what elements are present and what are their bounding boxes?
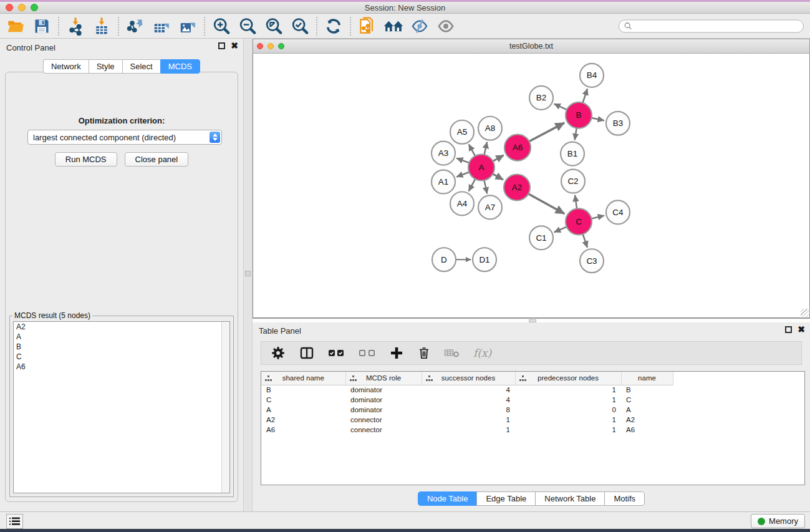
deselect-all-button[interactable] xyxy=(359,347,376,359)
table-cell[interactable]: 8 xyxy=(422,405,515,415)
window-resize-grip[interactable] xyxy=(801,309,809,317)
edge-B-B2[interactable] xyxy=(554,104,567,110)
table-cell[interactable]: 1 xyxy=(422,425,515,435)
table-settings-button[interactable] xyxy=(271,346,286,360)
export-network-button[interactable] xyxy=(122,15,148,37)
tab-edge-table[interactable]: Edge Table xyxy=(476,491,535,506)
import-network-button[interactable] xyxy=(62,15,89,37)
edge-A-A2[interactable] xyxy=(493,174,503,180)
save-session-button[interactable] xyxy=(29,15,55,37)
edge-B-B4[interactable] xyxy=(583,89,587,103)
tab-style[interactable]: Style xyxy=(89,59,122,74)
edge-A6-B[interactable] xyxy=(529,123,565,142)
edge-A-A3[interactable] xyxy=(456,158,469,163)
edge-C-C2[interactable] xyxy=(575,195,577,209)
column-header-MCDS-role[interactable]: MCDS role xyxy=(345,372,422,385)
zoom-in-button[interactable] xyxy=(208,15,234,37)
result-list-scrollbar[interactable] xyxy=(221,322,229,493)
table-cell[interactable]: 1 xyxy=(515,385,621,395)
show-graphics-button[interactable] xyxy=(433,15,459,37)
table-cell[interactable]: A xyxy=(261,405,345,415)
memory-button[interactable]: Memory xyxy=(751,514,805,528)
table-cell[interactable]: A6 xyxy=(621,425,673,435)
tab-motifs[interactable]: Motifs xyxy=(604,491,645,506)
table-cell[interactable]: dominator xyxy=(345,395,422,405)
table-cell[interactable]: B xyxy=(261,385,345,395)
network-canvas[interactable]: AA1A2A3A4A5A6A7A8BB1B2B3B4CC1C2C3C4DD1 xyxy=(253,54,810,318)
home-view-button[interactable] xyxy=(380,15,407,37)
table-cell[interactable]: dominator xyxy=(345,405,422,415)
function-builder-button[interactable]: f(x) xyxy=(473,347,491,359)
task-history-button[interactable] xyxy=(6,514,23,529)
tab-select[interactable]: Select xyxy=(122,59,160,74)
float-panel-icon[interactable] xyxy=(218,42,225,49)
delete-column-button[interactable] xyxy=(417,346,431,360)
edge-C-C3[interactable] xyxy=(583,234,587,248)
import-table-button[interactable] xyxy=(89,15,115,37)
float-panel-icon[interactable] xyxy=(785,326,792,333)
edge-C-C1[interactable] xyxy=(554,227,567,233)
table-cell[interactable]: connector xyxy=(345,415,422,425)
zoom-out-button[interactable] xyxy=(234,15,261,37)
network-graph[interactable]: AA1A2A3A4A5A6A7A8BB1B2B3B4CC1C2C3C4DD1 xyxy=(253,54,809,317)
table-cell[interactable]: A6 xyxy=(261,425,345,435)
edge-A-A5[interactable] xyxy=(469,144,475,156)
table-cell[interactable]: A xyxy=(621,405,673,415)
zoom-fit-button[interactable] xyxy=(261,15,287,37)
result-item[interactable]: A xyxy=(14,332,229,342)
clone-network-button[interactable] xyxy=(354,15,380,37)
table-cell[interactable]: dominator xyxy=(345,385,422,395)
result-item[interactable]: A2 xyxy=(14,322,229,332)
table-cell[interactable]: connector xyxy=(345,425,422,435)
edge-A-A4[interactable] xyxy=(469,179,475,191)
close-panel-icon[interactable]: ✖ xyxy=(231,42,238,49)
result-item[interactable]: C xyxy=(14,352,229,362)
node-table-container[interactable]: shared nameMCDS rolesuccessor nodesprede… xyxy=(261,371,805,485)
edge-A-A7[interactable] xyxy=(484,180,487,193)
result-item[interactable]: B xyxy=(14,342,229,352)
refresh-button[interactable] xyxy=(321,15,347,37)
horizontal-splitter[interactable] xyxy=(253,318,810,322)
table-cell[interactable]: 4 xyxy=(422,385,515,395)
result-item[interactable]: A6 xyxy=(14,362,229,372)
table-cell[interactable]: 1 xyxy=(515,425,621,435)
mcds-result-list[interactable]: A2ABCA6 xyxy=(13,321,230,493)
open-session-button[interactable] xyxy=(2,15,29,37)
show-columns-button[interactable] xyxy=(299,346,315,360)
network-window-titlebar[interactable]: testGlobe.txt xyxy=(253,39,810,54)
table-row[interactable]: Bdominator41B xyxy=(261,385,673,395)
zoom-selected-button[interactable] xyxy=(287,15,313,37)
table-cell[interactable]: B xyxy=(621,385,673,395)
close-panel-icon[interactable]: ✖ xyxy=(798,326,805,333)
hide-details-button[interactable] xyxy=(407,15,433,37)
table-cell[interactable]: C xyxy=(621,395,673,405)
table-row[interactable]: A6connector11A6 xyxy=(261,425,673,435)
vertical-splitter[interactable] xyxy=(243,39,253,511)
edge-A-A8[interactable] xyxy=(485,142,488,155)
column-header-shared-name[interactable]: shared name xyxy=(261,372,345,385)
delete-table-button[interactable] xyxy=(444,347,460,359)
table-cell[interactable]: 0 xyxy=(515,405,621,415)
column-header-successor-nodes[interactable]: successor nodes xyxy=(422,372,515,385)
splitter-grip[interactable] xyxy=(245,271,251,276)
column-header-name[interactable]: name xyxy=(621,372,673,385)
export-table-button[interactable] xyxy=(148,15,175,37)
table-cell[interactable]: C xyxy=(261,395,345,405)
edge-B-B1[interactable] xyxy=(575,128,577,140)
table-cell[interactable]: A2 xyxy=(621,415,673,425)
table-cell[interactable]: 1 xyxy=(422,415,515,425)
edge-C-C4[interactable] xyxy=(591,216,604,219)
table-cell[interactable]: 4 xyxy=(422,395,515,405)
table-cell[interactable]: 1 xyxy=(515,415,621,425)
select-all-button[interactable] xyxy=(328,347,345,359)
column-header-predecessor-nodes[interactable]: predecessor nodes xyxy=(515,372,621,385)
add-column-button[interactable] xyxy=(389,346,404,360)
table-row[interactable]: Cdominator41C xyxy=(261,395,673,405)
export-image-button[interactable] xyxy=(175,15,201,37)
search-input[interactable] xyxy=(632,22,803,31)
criterion-dropdown[interactable]: largest connected component (directed) xyxy=(27,130,222,145)
close-panel-button[interactable]: Close panel xyxy=(125,152,189,167)
table-cell[interactable]: A2 xyxy=(261,415,345,425)
table-cell[interactable]: 1 xyxy=(515,395,621,405)
table-row[interactable]: A2connector11A2 xyxy=(261,415,673,425)
